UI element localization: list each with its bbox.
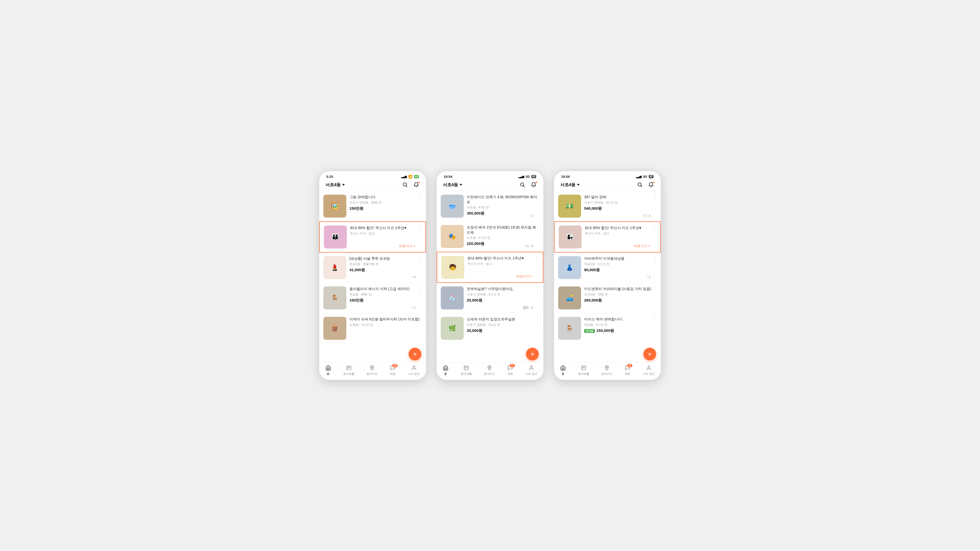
notification-button[interactable] [530, 181, 537, 188]
signal-icon: ▂▄▆ [636, 175, 641, 178]
bottom-nav-동네지도[interactable]: 동네지도 [601, 365, 612, 376]
bottom-nav-홈[interactable]: 홈 [443, 365, 449, 376]
add-listing-fab[interactable]: + [409, 348, 422, 360]
more-options-button[interactable]: ⋮ [418, 195, 422, 199]
listing-title: 최대 80% 할인! 무신사 키즈 1주년♥ [467, 256, 539, 261]
listing-item[interactable]: 🖼️그림 판매합니다서초구 양재동 · 46분 전150만원⋮ [319, 191, 426, 221]
search-button[interactable] [636, 181, 643, 188]
notification-button[interactable] [648, 181, 655, 188]
listing-item[interactable]: 🪑마지스 체어 판매합니다.역삼동 · 3시간 전예약중150,000원⋮ [554, 313, 661, 344]
bottom-nav-나의 당근[interactable]: 나의 당근 [525, 365, 537, 376]
more-options-button[interactable]: ⋮ [535, 256, 539, 260]
bottom-nav-동네지도[interactable]: 동네지도 [366, 365, 378, 376]
bottom-nav-홈[interactable]: 홈 [325, 365, 331, 376]
bottom-nav-홈[interactable]: 홈 [560, 365, 566, 376]
more-options-button[interactable]: ⋮ [535, 195, 540, 199]
svg-line-8 [523, 186, 525, 187]
search-button[interactable] [401, 181, 409, 188]
nav-icons [519, 181, 537, 188]
bottom-nav-동네지도[interactable]: 동네지도 [484, 365, 495, 376]
nav-bar: 서초4동 [437, 180, 543, 191]
svg-point-20 [648, 365, 649, 367]
more-options-button[interactable]: ⋮ [652, 286, 657, 291]
bottom-nav-채팅[interactable]: 11채팅 [625, 365, 630, 376]
status-right: ▂▄▆5G47 [518, 175, 536, 179]
listing-info: 키친에이드 반죽기 4.8L 5KSM150PSW 화이트서초동 · 47분 전… [467, 195, 539, 216]
listing-item[interactable]: 🪵이케아 슈퍼 6인용 멀바우식탁 (의자 미포함)논현동 · 1시간 전⋮ [319, 313, 426, 344]
listing-reactions: 💬1♡2 [523, 306, 533, 310]
ad-go-button[interactable]: 바로가기 > [399, 244, 415, 248]
listing-thumbnail: 💄 [323, 256, 346, 279]
listing-thumbnail: 🎭 [441, 225, 464, 248]
phone-phone3: 10:54▂▄▆5G47서초4동♡1♡3💵387 달러 판매서초구 양재동 · … [554, 171, 661, 380]
more-options-button[interactable]: ⋮ [418, 256, 422, 261]
nav-icons [636, 181, 655, 188]
ad-item[interactable]: 바로가기 >👩‍👧최대 80% 할인! 무신사 키즈 1주년♥무신사 키즈 · … [554, 221, 661, 252]
listing-info: 미드센츄리 커피테이블 (사용감 거히 없음)도곡1동 · 33분 전260,0… [584, 286, 657, 303]
listing-title: 돔이탈리아 에너지 식탁 (고급 세라믹) [349, 286, 422, 292]
phone-phone2: 10:54▂▄▆5G47서초4동♡3🥣키친에이드 반죽기 4.8L 5KSM15… [436, 171, 544, 380]
location-selector[interactable]: 서초4동 [443, 182, 462, 188]
more-options-button[interactable]: ⋮ [418, 317, 422, 321]
more-options-button[interactable]: ⋮ [535, 286, 540, 291]
svg-line-1 [406, 186, 407, 187]
location-selector[interactable]: 서초4동 [560, 182, 579, 188]
listing-item[interactable]: 🌿신세계 라운지 입장도와주실분서초구 잠원동 · 4시간 전20,000원⋮ [437, 313, 543, 344]
listing-price: 150만원 [349, 298, 422, 303]
bottom-nav-나의 당근[interactable]: 나의 당근 [408, 365, 420, 376]
ad-item[interactable]: 바로가기 >🧒최대 80% 할인! 무신사 키즈 1주년♥무신사 키즈 · 광고… [437, 252, 543, 283]
listing-price: 150만원 [349, 206, 422, 211]
search-button[interactable] [519, 181, 526, 188]
listing-item[interactable]: 🛋️미드센츄리 커피테이블 (사용감 거히 없음)도곡1동 · 33분 전260… [554, 283, 661, 313]
more-options-button[interactable]: ⋮ [535, 317, 540, 321]
listing-title: 그림 판매합니다 [349, 195, 422, 200]
more-options-button[interactable]: ⋮ [652, 195, 657, 199]
nav-bar: 서초4동 [319, 180, 426, 191]
listing-title: 이케아 슈퍼 6인용 멀바우식탁 (의자 미포함) [349, 317, 422, 322]
listing-item[interactable]: ♡3🥣키친에이드 반죽기 4.8L 5KSM150PSW 화이트서초동 · 47… [437, 191, 543, 221]
listing-item[interactable]: ♡1🪑돔이탈리아 에너지 식탁 (고급 세라믹)역삼동 · 48분 전150만원… [319, 283, 426, 313]
bottom-nav-채팅[interactable]: 10채팅 [390, 365, 396, 376]
listing-title: 387 달러 판매 [584, 195, 657, 200]
more-options-button[interactable]: ⋮ [652, 256, 657, 261]
listing-item[interactable]: ♡2👗아비에무아 미개봉새상품역삼1동 · 1시간 전80,000원⋮ [554, 252, 661, 283]
bottom-nav-label: 동네생활 [343, 372, 355, 376]
동네지도-icon [487, 365, 492, 371]
listing-thumbnail: 🥣 [441, 195, 464, 218]
location-selector[interactable]: 서초4동 [325, 182, 345, 188]
listing-item[interactable]: 💬1♡2🧦전부하실분? 너무많이왔어요,서초구 양재동 · 2시간 전20,00… [437, 283, 543, 313]
listing-meta: 무신사 키즈 · 광고 [467, 262, 539, 266]
listing-meta: 서초동 · 4시간 전 [467, 236, 539, 240]
more-options-button[interactable]: ⋮ [652, 225, 657, 230]
listing-thumbnail: 👗 [558, 256, 581, 279]
bottom-nav-label: 동네지도 [601, 372, 612, 376]
listing-item[interactable]: ♡1♡3💵387 달러 판매서초구 양재동 · 3시간 전540,000원⋮ [554, 191, 661, 221]
listing-info: 신세계 라운지 입장도와주실분서초구 잠원동 · 4시간 전20,000원 [467, 317, 539, 333]
status-bar: 10:54▂▄▆5G47 [554, 171, 661, 180]
more-options-button[interactable]: ⋮ [418, 286, 422, 291]
more-options-button[interactable]: ⋮ [652, 317, 657, 321]
bottom-nav-동네생활[interactable]: 동네생활 [461, 365, 472, 376]
more-options-button[interactable]: ⋮ [535, 225, 540, 230]
bottom-nav-동네생활[interactable]: 동네생활 [578, 365, 589, 376]
notification-button[interactable] [413, 181, 420, 188]
bottom-nav-채팅[interactable]: 11채팅 [508, 365, 513, 376]
bottom-nav-label: 나의 당근 [643, 372, 655, 376]
ad-go-button[interactable]: 바로가기 > [517, 274, 533, 279]
listing-item[interactable]: ♡1♡4🎭조정석 배우 2연석 5/14(화) 19:30 뮤지컬 헤드윅서초동… [437, 221, 543, 252]
bottom-nav-나의 당근[interactable]: 나의 당근 [643, 365, 655, 376]
listing-meta: 서초구 양재동 · 2시간 전 [467, 292, 539, 297]
ad-go-button[interactable]: 바로가기 > [634, 244, 650, 248]
listing-title: 키친에이드 반죽기 4.8L 5KSM150PSW 화이트 [467, 195, 539, 205]
add-listing-fab[interactable]: + [526, 348, 539, 360]
wifi-icon: 5G [643, 175, 647, 179]
listing-item[interactable]: ♡4💄[새상품] 샤넬 루쥬 코코밤역삼2동 · 잠올 6분 전41,000원⋮ [319, 252, 426, 283]
more-options-button[interactable]: ⋮ [417, 225, 422, 230]
ad-item[interactable]: 바로가기 >👨‍👩‍👦최대 80% 할인! 무신사 키즈 1주년♥무신사 키즈 … [319, 221, 426, 252]
add-listing-fab[interactable]: + [643, 348, 656, 360]
listing-info: 387 달러 판매서초구 양재동 · 3시간 전540,000원 [584, 195, 657, 211]
listing-info: 마지스 체어 판매합니다.역삼동 · 3시간 전예약중150,000원 [584, 317, 657, 333]
bottom-nav-동네생활[interactable]: 동네생활 [343, 365, 355, 376]
채팅-icon: 11 [508, 365, 513, 371]
bottom-navigation: 홈동네생활동네지도11채팅나의 당근 [437, 362, 543, 380]
